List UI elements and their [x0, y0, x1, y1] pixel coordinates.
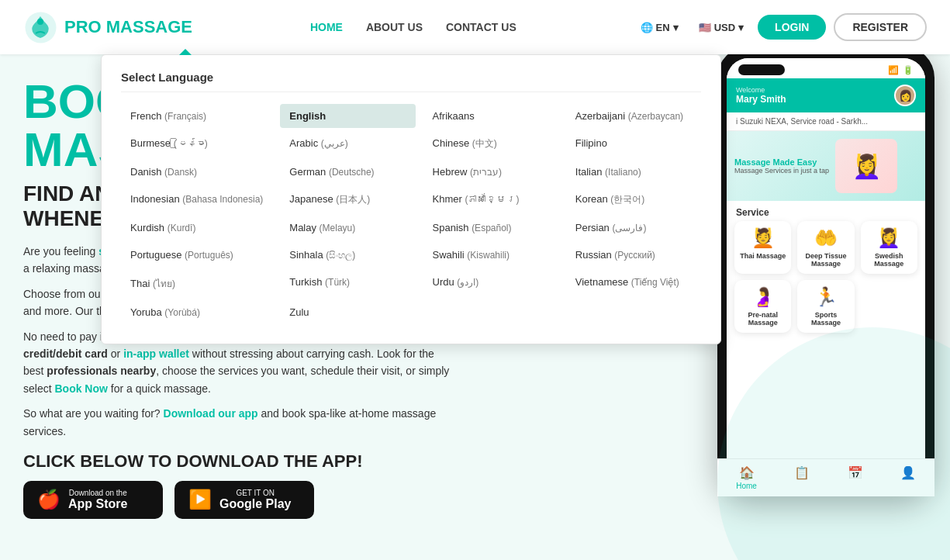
lang-item-hebrew[interactable]: Hebrew (עברית) — [423, 160, 558, 184]
deep-tissue-label: Deep Tissue Massage — [801, 252, 850, 268]
language-button[interactable]: 🌐 EN ▾ — [634, 19, 685, 36]
thai-icon: 💆 — [751, 227, 775, 249]
phone-welcome: Welcome — [736, 86, 786, 94]
lang-item-yoruba[interactable]: Yoruba (Yorùbá) — [121, 300, 272, 324]
chevron-down-icon-currency: ▾ — [738, 22, 744, 33]
cta-title: CLICK BELOW TO DOWNLOAD THE APP! — [23, 451, 458, 472]
logo: PRO MASSAGE — [23, 10, 192, 45]
lang-item-sinhala[interactable]: Sinhala (සිංහල) — [280, 243, 415, 267]
lang-item-chinese[interactable]: Chinese (中文) — [423, 131, 558, 157]
phone-top-bar: 📶 🔋 — [727, 58, 925, 78]
lang-item-korean[interactable]: Korean (한국어) — [566, 187, 701, 213]
lang-item-portuguese[interactable]: Portuguese (Português) — [121, 243, 272, 267]
swedish-icon: 💆‍♀️ — [877, 227, 900, 249]
lang-item-german[interactable]: German (Deutsche) — [280, 160, 415, 184]
flag-icon: 🇺🇸 — [699, 22, 711, 33]
app-buttons: 🍎 Download on the App Store ▶️ GET IT ON… — [23, 481, 458, 519]
globe-icon: 🌐 — [641, 22, 653, 33]
lang-item-khmer[interactable]: Khmer (ភាសាខ្មែរ) — [423, 187, 558, 213]
lang-item-kurdish[interactable]: Kurdish (Kurdî) — [121, 216, 272, 240]
lang-item-arabic[interactable]: Arabic (عربي) — [280, 131, 415, 157]
prenatal-icon: 🤰 — [751, 286, 775, 308]
lang-item-swahili[interactable]: Swahili (Kiswahili) — [423, 243, 558, 267]
swedish-label: Swedish Massage — [865, 252, 914, 268]
service-deep-tissue[interactable]: 🤲 Deep Tissue Massage — [797, 221, 854, 274]
lang-item-afrikaans[interactable]: Afrikaans — [423, 104, 558, 128]
lang-item-english[interactable]: English — [280, 104, 415, 128]
phone-banner-text: Massage Made Easy — [734, 157, 829, 167]
lang-item-vietnamese[interactable]: Vietnamese (Tiếng Việt) — [566, 270, 701, 297]
language-dropdown: Select Language French (Français)English… — [101, 54, 721, 344]
sports-icon: 🏃 — [814, 286, 838, 308]
lang-item-danish[interactable]: Danish (Dansk) — [121, 160, 272, 184]
battery-icon: 🔋 — [903, 65, 914, 75]
phone-status: 📶 🔋 — [888, 65, 914, 75]
service-prenatal[interactable]: 🤰 Pre-natal Massage — [734, 280, 791, 333]
language-grid: French (Français)EnglishAfrikaansAzerbai… — [121, 104, 701, 324]
header: PRO MASSAGE HOME ABOUT US CONTACT US 🌐 E… — [0, 0, 950, 54]
phone-location: i Suzuki NEXA, Service road - Sarkh... — [727, 112, 925, 131]
phone-services-grid: 💆 Thai Massage 🤲 Deep Tissue Massage 💆‍♀… — [727, 221, 925, 339]
app-store-button[interactable]: 🍎 Download on the App Store — [23, 481, 163, 519]
phone-camera — [738, 64, 785, 75]
nav-controls: 🌐 EN ▾ 🇺🇸 USD ▾ LOGIN REGISTER — [634, 13, 927, 41]
lang-item-russian[interactable]: Russian (Русский) — [566, 243, 701, 267]
main-nav: HOME ABOUT US CONTACT US — [310, 21, 516, 33]
svg-point-1 — [37, 19, 43, 25]
service-sports[interactable]: 🏃 Sports Massage — [797, 280, 854, 333]
logo-text: PRO MASSAGE — [64, 17, 192, 37]
lang-item-urdu[interactable]: Urdu (اردو) — [423, 270, 558, 297]
logo-icon — [23, 10, 58, 45]
phone-banner: Massage Made Easy Massage Services in ju… — [727, 131, 925, 201]
lang-item-spanish[interactable]: Spanish (Español) — [423, 216, 558, 240]
register-button[interactable]: REGISTER — [834, 13, 927, 41]
lang-item-malay[interactable]: Malay (Melayu) — [280, 216, 415, 240]
login-button[interactable]: LOGIN — [758, 15, 826, 40]
sports-label: Sports Massage — [801, 311, 850, 327]
dropdown-title: Select Language — [121, 71, 701, 92]
phone-username: Mary Smith — [736, 94, 786, 105]
lang-item-burmese[interactable]: Burmese (မြန်မာ) — [121, 131, 272, 157]
lang-item-zulu[interactable]: Zulu — [280, 300, 415, 324]
lang-item-persian[interactable]: Persian (فارسی) — [566, 216, 701, 240]
nav-about[interactable]: ABOUT US — [366, 21, 423, 33]
wifi-icon: 📶 — [888, 65, 899, 75]
currency-button[interactable]: 🇺🇸 USD ▾ — [693, 19, 750, 36]
lang-item-thai[interactable]: Thai (ไทย) — [121, 270, 272, 297]
prenatal-label: Pre-natal Massage — [738, 311, 787, 327]
thai-label: Thai Massage — [740, 252, 786, 260]
google-play-icon: ▶️ — [188, 489, 212, 510]
chevron-down-icon: ▾ — [673, 22, 679, 33]
lang-item-japanese[interactable]: Japanese (日本人) — [280, 187, 415, 213]
body-so: So what are you waiting for? Download ou… — [23, 405, 458, 440]
lang-item-turkish[interactable]: Turkish (Türk) — [280, 270, 415, 297]
phone-section-title: Service — [727, 201, 925, 221]
phone-app-header: Welcome Mary Smith 👩 — [727, 78, 925, 112]
nav-contact[interactable]: CONTACT US — [446, 21, 516, 33]
deep-tissue-icon: 🤲 — [814, 227, 838, 249]
nav-home[interactable]: HOME — [310, 21, 343, 33]
phone-banner-sub: Massage Services in just a tap — [734, 167, 829, 175]
lang-item-italian[interactable]: Italian (Italiano) — [566, 160, 701, 184]
apple-icon: 🍎 — [37, 489, 60, 510]
lang-item-filipino[interactable]: Filipino — [566, 131, 701, 157]
lang-item-french[interactable]: French (Français) — [121, 104, 272, 128]
phone-avatar: 👩 — [894, 85, 916, 106]
google-play-button[interactable]: ▶️ GET IT ON Google Play — [174, 481, 314, 519]
service-swedish[interactable]: 💆‍♀️ Swedish Massage — [861, 221, 917, 274]
phone-banner-image: 💆‍♀️ — [835, 139, 897, 193]
lang-item-azerbaijani[interactable]: Azerbaijani (Azerbaycan) — [566, 104, 701, 128]
service-thai[interactable]: 💆 Thai Massage — [734, 221, 791, 274]
lang-item-indonesian[interactable]: Indonesian (Bahasa Indonesia) — [121, 187, 272, 213]
